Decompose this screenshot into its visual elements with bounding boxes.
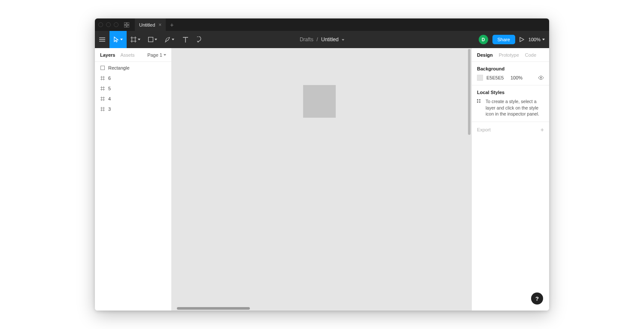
local-styles-message: To create a style, select a layer and cl… [486,98,544,117]
local-styles-section: Local Styles To create a style, select a… [472,85,549,122]
local-styles-title: Local Styles [477,90,544,95]
file-tab[interactable]: Untitled × [135,18,166,31]
design-tab[interactable]: Design [477,52,493,58]
close-window-button[interactable] [98,22,103,27]
help-button[interactable]: ? [531,292,543,305]
background-section: Background E5E5E5 100% [472,62,549,85]
shape-tool[interactable] [144,31,161,48]
comment-tool[interactable] [193,31,207,48]
left-panel-header: Layers Assets Page 1 [95,48,171,62]
right-panel-tabs: Design Prototype Code [472,48,549,62]
home-grid-icon[interactable] [124,22,130,28]
svg-rect-3 [127,25,129,27]
svg-rect-2 [124,25,126,27]
move-tool[interactable] [109,31,127,48]
traffic-lights [98,22,118,27]
layer-item[interactable]: 6 [95,73,171,83]
text-tool[interactable] [178,31,193,48]
main-area: Layers Assets Page 1 Rectangle [95,48,549,311]
background-title: Background [477,66,544,71]
app-window: Untitled × + [95,18,549,311]
breadcrumb-folder[interactable]: Drafts [300,37,313,43]
breadcrumb-file[interactable]: Untitled [321,37,339,43]
frame-tool[interactable] [127,31,144,48]
vertical-scrollbar[interactable] [468,49,471,298]
frame-icon [100,86,105,91]
layer-name: 3 [108,107,111,112]
layer-name: 4 [108,96,111,101]
new-tab-button[interactable]: + [166,21,178,28]
canvas[interactable] [172,48,471,311]
export-label: Export [477,127,491,132]
visibility-toggle-icon[interactable] [538,76,544,80]
styles-grid-icon [477,99,481,103]
layer-item[interactable]: 3 [95,104,171,114]
page-selector[interactable]: Page 1 [147,52,166,58]
layer-name: Rectangle [108,65,130,70]
window-titlebar: Untitled × + [95,18,549,31]
frame-icon [100,107,105,112]
chevron-down-icon [155,39,157,40]
layer-list: Rectangle 6 5 [95,62,171,114]
layer-item[interactable]: 4 [95,94,171,104]
svg-rect-5 [101,66,105,70]
chevron-down-icon [138,39,140,40]
chevron-down-icon [172,39,174,40]
layer-item[interactable]: Rectangle [95,63,171,73]
rectangle-icon [100,65,105,70]
horizontal-scrollbar[interactable] [177,307,466,310]
frame-icon [100,76,105,81]
chevron-down-icon [164,54,166,56]
svg-rect-1 [127,22,129,24]
page-label: Page 1 [147,52,162,58]
breadcrumb-separator: / [316,37,318,43]
user-avatar[interactable]: D [479,35,488,44]
chevron-down-icon [120,39,123,40]
zoom-level[interactable]: 100% [529,37,545,42]
export-section[interactable]: Export + [472,122,549,137]
left-panel: Layers Assets Page 1 Rectangle [95,48,172,311]
pen-tool[interactable] [161,31,178,48]
layer-name: 6 [108,76,111,81]
layer-name: 5 [108,86,111,91]
prototype-tab[interactable]: Prototype [499,52,519,58]
minimize-window-button[interactable] [106,22,111,27]
background-hex[interactable]: E5E5E5 [486,75,507,80]
chevron-down-icon [542,39,545,40]
share-button[interactable]: Share [492,35,515,44]
close-tab-icon[interactable]: × [158,22,161,27]
svg-rect-4 [148,37,153,42]
svg-point-6 [540,77,541,78]
present-button[interactable] [519,37,524,42]
layers-tab[interactable]: Layers [100,52,115,58]
file-tab-label: Untitled [139,22,155,27]
chevron-down-icon [342,39,344,41]
assets-tab[interactable]: Assets [120,52,134,58]
svg-rect-0 [124,22,126,24]
background-opacity[interactable]: 100% [510,75,522,80]
toolbar: Drafts / Untitled D Share 100% [95,31,549,48]
right-panel: Design Prototype Code Background E5E5E5 … [471,48,549,311]
menu-button[interactable] [95,31,109,48]
maximize-window-button[interactable] [114,22,118,27]
code-tab[interactable]: Code [525,52,536,58]
canvas-rectangle-shape[interactable] [303,85,336,118]
zoom-value: 100% [529,37,541,42]
frame-icon [100,96,105,101]
add-export-icon[interactable]: + [541,126,544,133]
layer-item[interactable]: 5 [95,83,171,94]
background-swatch[interactable] [477,75,483,81]
